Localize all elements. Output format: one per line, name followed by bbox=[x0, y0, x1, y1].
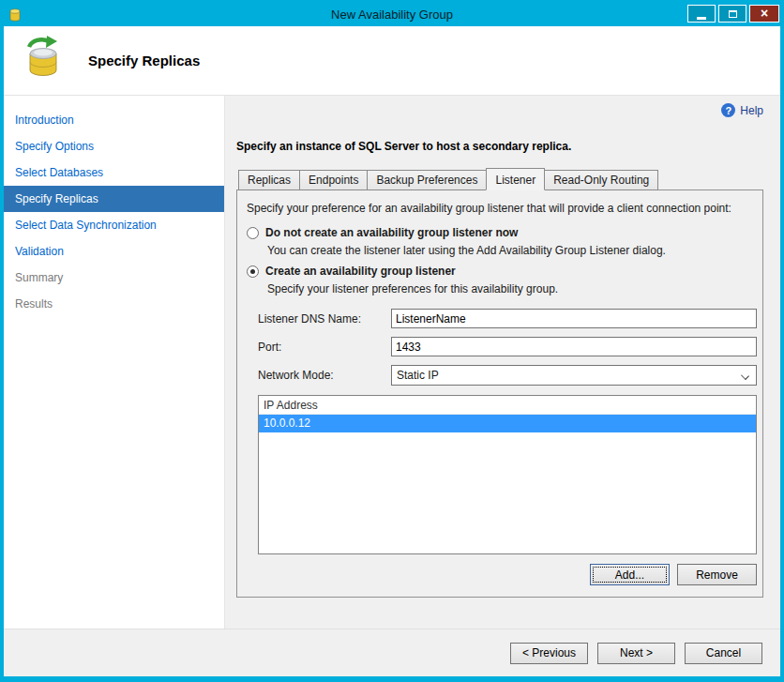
radio-option-create-listener[interactable]: Create an availability group listener bbox=[247, 265, 757, 278]
next-button[interactable]: Next > bbox=[597, 643, 675, 664]
radio-option-no-listener[interactable]: Do not create an availability group list… bbox=[247, 226, 757, 239]
ip-list-actions: Add... Remove bbox=[245, 564, 757, 585]
minimize-icon bbox=[697, 17, 706, 20]
sidebar-item-validation[interactable]: Validation bbox=[4, 238, 224, 265]
help-label: Help bbox=[740, 104, 763, 117]
tab-endpoints[interactable]: Endpoints bbox=[299, 170, 368, 190]
replica-tabs: Replicas Endpoints Backup Preferences Li… bbox=[236, 168, 763, 190]
sidebar-item-specify-options[interactable]: Specify Options bbox=[4, 133, 224, 159]
sidebar-item-select-databases[interactable]: Select Databases bbox=[4, 159, 224, 186]
help-icon: ? bbox=[721, 103, 735, 117]
port-input[interactable] bbox=[391, 337, 757, 356]
page-instruction: Specify an instance of SQL Server to hos… bbox=[236, 140, 763, 153]
close-icon: × bbox=[761, 7, 768, 20]
radio-create-listener-description: Specify your listener preferences for th… bbox=[267, 282, 757, 296]
network-mode-value: Static IP bbox=[397, 369, 439, 382]
radio-no-listener-description: You can create the listener later using … bbox=[267, 244, 757, 257]
cancel-button[interactable]: Cancel bbox=[685, 643, 762, 664]
window-controls: × bbox=[687, 5, 779, 23]
sidebar-item-select-data-synchronization[interactable]: Select Data Synchronization bbox=[4, 212, 224, 238]
radio-no-listener-icon[interactable] bbox=[247, 227, 259, 239]
previous-button[interactable]: < Previous bbox=[510, 643, 588, 664]
maximize-button[interactable] bbox=[718, 5, 746, 23]
new-availability-group-window: New Availability Group × Specify Replica… bbox=[0, 0, 784, 682]
radio-create-listener-label: Create an availability group listener bbox=[265, 265, 456, 278]
main-content: ? Help Specify an instance of SQL Server… bbox=[225, 96, 780, 629]
close-button[interactable]: × bbox=[749, 5, 779, 23]
ip-address-column-header[interactable]: IP Address bbox=[259, 396, 756, 415]
add-button[interactable]: Add... bbox=[590, 564, 670, 585]
listener-form: Listener DNS Name: Port: Network Mode: S… bbox=[258, 309, 757, 386]
wizard-header: Specify Replicas bbox=[4, 26, 780, 96]
dns-name-input[interactable] bbox=[391, 309, 757, 328]
page-title: Specify Replicas bbox=[88, 53, 200, 68]
ip-address-row[interactable]: 10.0.0.12 bbox=[259, 415, 756, 432]
network-mode-dropdown[interactable]: Static IP bbox=[391, 365, 757, 386]
sidebar-item-introduction[interactable]: Introduction bbox=[4, 107, 224, 133]
tab-replicas[interactable]: Replicas bbox=[238, 170, 300, 190]
availability-group-icon bbox=[19, 35, 68, 86]
radio-create-listener-icon[interactable] bbox=[247, 265, 259, 278]
dns-name-label: Listener DNS Name: bbox=[258, 312, 391, 326]
minimize-button[interactable] bbox=[687, 5, 716, 23]
network-mode-label: Network Mode: bbox=[258, 369, 391, 382]
wizard-footer: < Previous Next > Cancel bbox=[4, 629, 780, 676]
tab-read-only-routing[interactable]: Read-Only Routing bbox=[544, 170, 658, 190]
sidebar-item-results: Results bbox=[4, 291, 224, 317]
listener-tab-panel: Specify your preference for an availabil… bbox=[236, 189, 763, 598]
tab-listener[interactable]: Listener bbox=[486, 168, 545, 190]
radio-no-listener-label: Do not create an availability group list… bbox=[265, 226, 518, 239]
wizard-steps-sidebar: Introduction Specify Options Select Data… bbox=[4, 96, 225, 629]
help-link[interactable]: ? Help bbox=[721, 103, 763, 117]
ip-address-list[interactable]: IP Address 10.0.0.12 bbox=[258, 395, 757, 554]
sidebar-item-summary: Summary bbox=[4, 265, 224, 291]
window-title: New Availability Group bbox=[4, 8, 780, 22]
maximize-icon bbox=[729, 10, 737, 18]
remove-button[interactable]: Remove bbox=[677, 564, 757, 585]
title-bar[interactable]: New Availability Group × bbox=[4, 3, 780, 26]
chevron-down-icon bbox=[741, 371, 749, 380]
port-label: Port: bbox=[258, 341, 391, 354]
listener-preference-text: Specify your preference for an availabil… bbox=[247, 202, 757, 215]
sidebar-item-specify-replicas[interactable]: Specify Replicas bbox=[4, 186, 224, 212]
tab-backup-preferences[interactable]: Backup Preferences bbox=[367, 170, 487, 190]
